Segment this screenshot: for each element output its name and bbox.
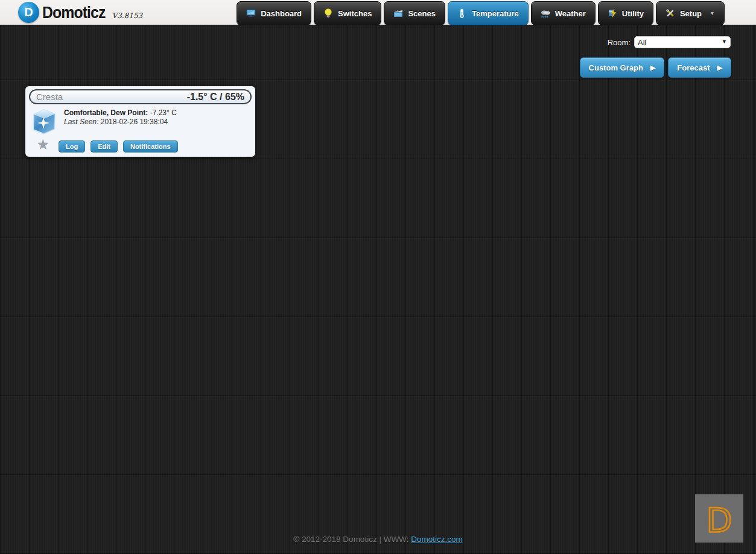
copyright-text: © 2012-2018 Domoticz | WWW: xyxy=(293,535,411,544)
edit-button[interactable]: Edit xyxy=(91,140,118,153)
last-seen-line: Last Seen: 2018-02-26 19:38:04 xyxy=(64,118,177,127)
chevron-down-icon: ▼ xyxy=(710,10,715,16)
top-header: D Domoticz V3.8153 Dashboard Switches xyxy=(0,0,756,25)
tab-label: Weather xyxy=(555,9,586,18)
sensor-status: Comfortable, Dew Point: -7.23° C Last Se… xyxy=(64,109,177,127)
log-button[interactable]: Log xyxy=(59,140,85,153)
tab-dashboard[interactable]: Dashboard xyxy=(237,1,311,25)
watermark-letter: D xyxy=(706,500,732,540)
status-line: Comfortable, Dew Point: -7.23° C xyxy=(64,109,177,118)
tab-temperature[interactable]: Temperature xyxy=(448,1,529,25)
tab-label: Utility xyxy=(622,9,644,18)
room-selector-row: Room: All ▼ xyxy=(608,36,731,48)
switches-icon xyxy=(323,8,333,18)
forecast-label: Forecast xyxy=(677,63,710,72)
sensor-card-buttons: Log Edit Notifications xyxy=(59,140,178,153)
logo-title: Domoticz xyxy=(42,2,105,24)
domoticz-logo-icon: D xyxy=(18,2,39,23)
play-icon: ▶ xyxy=(650,65,655,71)
domoticz-watermark: D xyxy=(695,494,743,543)
tab-label: Switches xyxy=(338,9,372,18)
tab-label: Temperature xyxy=(472,9,519,18)
scenes-icon xyxy=(393,8,403,18)
logo-letter: D xyxy=(24,5,33,19)
sensor-card-header: Cresta -1.5° C / 65% xyxy=(29,89,252,104)
ice-cube-icon xyxy=(29,106,59,136)
temperature-icon xyxy=(457,8,467,18)
weather-icon xyxy=(541,8,550,18)
room-label: Room: xyxy=(608,38,631,47)
sensor-card-cresta: Cresta -1.5° C / 65% xyxy=(25,86,255,157)
custom-graph-label: Custom Graph xyxy=(589,63,643,72)
sensor-name: Cresta xyxy=(36,92,63,102)
sensor-value: -1.5° C / 65% xyxy=(187,92,244,102)
main-nav: Dashboard Switches Scenes Temperature xyxy=(237,1,725,25)
tab-label: Scenes xyxy=(408,9,436,18)
footer-copyright: © 2012-2018 Domoticz | WWW: Domoticz.com xyxy=(0,535,756,544)
watermark-d-icon: D xyxy=(700,498,739,539)
play-icon: ▶ xyxy=(717,65,722,71)
star-icon[interactable]: ★ xyxy=(37,137,49,153)
custom-graph-button[interactable]: Custom Graph ▶ xyxy=(580,57,665,78)
tab-switches[interactable]: Switches xyxy=(314,1,381,25)
room-select[interactable]: All xyxy=(634,36,731,48)
domoticz-app: D Domoticz V3.8153 Dashboard Switches xyxy=(0,0,756,554)
logo-version: V3.8153 xyxy=(112,11,143,20)
domoticz-logo[interactable]: D Domoticz V3.8153 xyxy=(18,2,142,24)
status-text: Comfortable, Dew Point: xyxy=(64,109,148,117)
tab-utility[interactable]: Utility xyxy=(598,1,653,25)
status-value: -7.23° C xyxy=(150,109,177,117)
graph-buttons-row: Custom Graph ▶ Forecast ▶ xyxy=(580,57,731,78)
room-select-wrap: All ▼ xyxy=(634,36,731,48)
dashboard-icon xyxy=(246,8,256,18)
domoticz-link[interactable]: Domoticz.com xyxy=(411,535,463,544)
last-seen-value: 2018-02-26 19:38:04 xyxy=(101,118,168,126)
tab-setup[interactable]: Setup ▼ xyxy=(656,1,725,25)
setup-icon xyxy=(665,8,675,18)
tab-label: Dashboard xyxy=(261,9,302,18)
notifications-button[interactable]: Notifications xyxy=(123,140,178,153)
last-seen-label: Last Seen: xyxy=(64,118,98,126)
tab-weather[interactable]: Weather xyxy=(531,1,596,25)
tab-scenes[interactable]: Scenes xyxy=(384,1,445,25)
utility-icon xyxy=(608,8,617,18)
tab-label: Setup xyxy=(680,9,702,18)
forecast-button[interactable]: Forecast ▶ xyxy=(668,57,731,78)
